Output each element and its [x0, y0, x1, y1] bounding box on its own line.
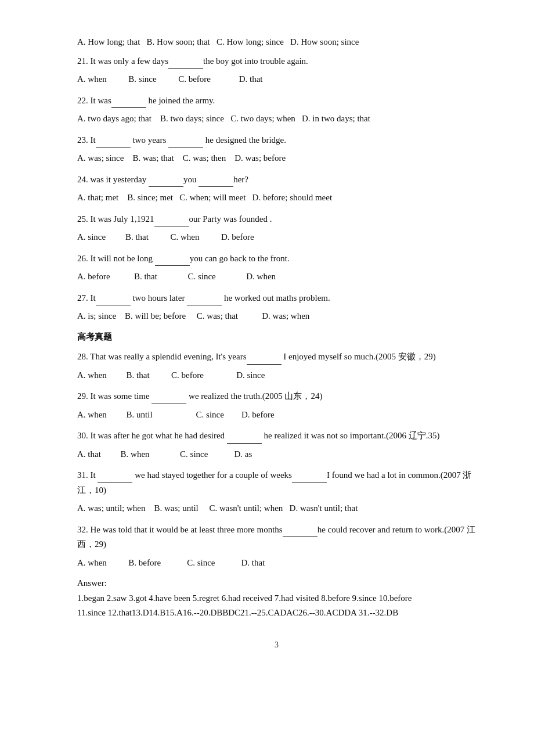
answer-label: Answer: [77, 576, 476, 591]
options-23: A. was; since B. was; that C. was; then … [77, 151, 476, 166]
question-32: 32. He was told that it would be at leas… [77, 522, 476, 552]
question-text-28: 28. That was really a splendid evening, … [77, 352, 436, 361]
page-number-text: 3 [275, 640, 279, 649]
question-text-27: 27. It two hours later he worked out mat… [77, 293, 330, 303]
options-24: A. that; met B. since; met C. when; will… [77, 190, 476, 206]
question-text-32: 32. He was told that it would be at leas… [77, 525, 475, 549]
answer-line-1: 1.began 2.saw 3.got 4.have been 5.regret… [77, 591, 476, 606]
option-21-a: A. when B. since C. before D. that [77, 74, 263, 84]
question-text-30: 30. It was after he got what he had desi… [77, 431, 439, 440]
question-28: 28. That was really a splendid evening, … [77, 349, 476, 365]
options-28: A. when B. that C. before D. since [77, 368, 476, 383]
section-label: 高考真题 [77, 332, 112, 341]
option-28-a: A. when B. that C. before D. since [77, 370, 265, 380]
question-text-23: 23. It two years he designed the bridge. [77, 135, 286, 145]
question-30: 30. It was after he got what he had desi… [77, 428, 476, 444]
options-29: A. when B. until C. since D. before [77, 408, 476, 423]
question-25: 25. It was July 1,1921 our Party was fou… [77, 211, 476, 227]
page-number: 3 [77, 638, 476, 652]
options-31: A. was; until; when B. was; until C. was… [77, 501, 476, 516]
options-27: A. is; since B. will be; before C. was; … [77, 309, 476, 324]
question-text-26: 26. It will not be long you can go back … [77, 254, 290, 263]
question-24: 24. was it yesterday you her? [77, 172, 476, 188]
options-22: A. two days ago; that B. two days; since… [77, 111, 476, 127]
options-32: A. when B. before C. since D. that [77, 556, 476, 571]
option-31-a: A. was; until; when B. was; until C. was… [77, 503, 358, 513]
question-text-29: 29. It was some time we realized the tru… [77, 391, 322, 401]
question-text-25: 25. It was July 1,1921 our Party was fou… [77, 214, 272, 224]
option-27-a: A. is; since B. will be; before C. was; … [77, 311, 309, 321]
option-23-a: A. was; since B. was; that C. was; then … [77, 153, 286, 163]
option-22-a: A. two days ago; that B. two days; since… [77, 114, 370, 123]
option-32-a: A. when B. before C. since D. that [77, 558, 265, 567]
options-row-20: A. How long; that B. How soon; that C. H… [77, 35, 476, 50]
option-26-a: A. before B. that C. since D. when [77, 272, 276, 281]
options-text-20: A. How long; that B. How soon; that C. H… [77, 37, 359, 46]
answer-section: Answer: 1.began 2.saw 3.got 4.have been … [77, 576, 476, 621]
options-25: A. since B. that C. when D. before [77, 230, 476, 245]
question-21: 21. It was only a few days the boy got i… [77, 53, 476, 69]
question-text-31: 31. It we had stayed together for a coup… [77, 470, 471, 495]
question-text-22: 22. It was he joined the army. [77, 96, 215, 105]
section-title: 高考真题 [77, 330, 476, 345]
option-25-a: A. since B. that C. when D. before [77, 232, 254, 242]
option-30-a: A. that B. when C. since D. as [77, 449, 252, 459]
options-21: A. when B. since C. before D. that [77, 72, 476, 87]
content-area: A. How long; that B. How soon; that C. H… [77, 35, 476, 621]
question-text-21: 21. It was only a few days the boy got i… [77, 56, 308, 66]
options-26: A. before B. that C. since D. when [77, 269, 476, 285]
question-text-24: 24. was it yesterday you her? [77, 175, 248, 184]
question-27: 27. It two hours later he worked out mat… [77, 290, 476, 306]
question-26: 26. It will not be long you can go back … [77, 251, 476, 267]
option-24-a: A. that; met B. since; met C. when; will… [77, 193, 332, 202]
options-30: A. that B. when C. since D. as [77, 447, 476, 462]
answer-line-2: 11.since 12.that13.D14.B15.A16.--20.DBBD… [77, 606, 476, 621]
question-22: 22. It was he joined the army. [77, 93, 476, 109]
question-31: 31. It we had stayed together for a coup… [77, 467, 476, 498]
option-29-a: A. when B. until C. since D. before [77, 410, 275, 419]
question-23: 23. It two years he designed the bridge. [77, 132, 476, 148]
question-29: 29. It was some time we realized the tru… [77, 388, 476, 404]
